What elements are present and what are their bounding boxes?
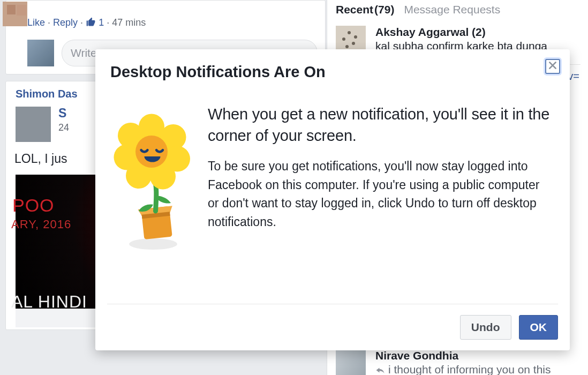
- post-timestamp: 24: [58, 122, 69, 133]
- conversation-name: Akshay Aggarwal (2): [375, 26, 547, 39]
- media-text: ARY, 2016: [11, 218, 71, 231]
- ok-button[interactable]: OK: [519, 315, 559, 340]
- reply-arrow-icon: [375, 363, 385, 371]
- like-link[interactable]: Like: [27, 17, 45, 28]
- media-text: POO: [12, 195, 55, 216]
- like-count: 1: [99, 17, 104, 28]
- tab-recent-label: Recent: [336, 3, 373, 16]
- conversation-avatar: [336, 349, 366, 375]
- chat-tabs: Recent(79) Message Requests: [335, 0, 581, 20]
- reply-link[interactable]: Reply: [53, 17, 78, 28]
- conversation-name: Nirave Gondhia: [375, 349, 551, 362]
- tab-message-requests[interactable]: Message Requests: [404, 3, 500, 16]
- media-text: AL HINDI: [11, 292, 87, 312]
- svg-point-9: [114, 145, 140, 170]
- modal-paragraph: To be sure you get notifications, you'll…: [208, 157, 551, 231]
- post-author-name[interactable]: S: [58, 107, 69, 120]
- tab-recent[interactable]: Recent(79): [336, 3, 394, 16]
- thumb-up-icon: [86, 17, 96, 29]
- notifications-modal: Desktop Notifications Are On: [95, 49, 570, 350]
- svg-point-0: [129, 238, 177, 250]
- post-author-avatar[interactable]: [16, 107, 51, 142]
- close-icon: [548, 61, 557, 72]
- modal-lead-text: When you get a new notification, you'll …: [208, 103, 551, 146]
- modal-title: Desktop Notifications Are On: [110, 63, 532, 81]
- shared-by-link[interactable]: Shimon Das: [16, 88, 78, 100]
- undo-button[interactable]: Undo: [460, 315, 511, 340]
- self-avatar: [27, 40, 54, 66]
- close-button[interactable]: [545, 59, 560, 74]
- comment-actions: Like · Reply · 1 · 47 mins: [6, 12, 325, 34]
- modal-header: Desktop Notifications Are On: [95, 49, 570, 93]
- modal-footer: Undo OK: [107, 304, 558, 350]
- conversation-preview: i thought of informing you on this: [375, 363, 551, 375]
- flower-illustration: [110, 103, 196, 304]
- comment-time: 47 mins: [112, 17, 146, 28]
- tab-recent-count: (79): [374, 3, 394, 16]
- conversation-preview-text: i thought of informing you on this: [388, 363, 551, 375]
- modal-body: When you get a new notification, you'll …: [95, 93, 570, 304]
